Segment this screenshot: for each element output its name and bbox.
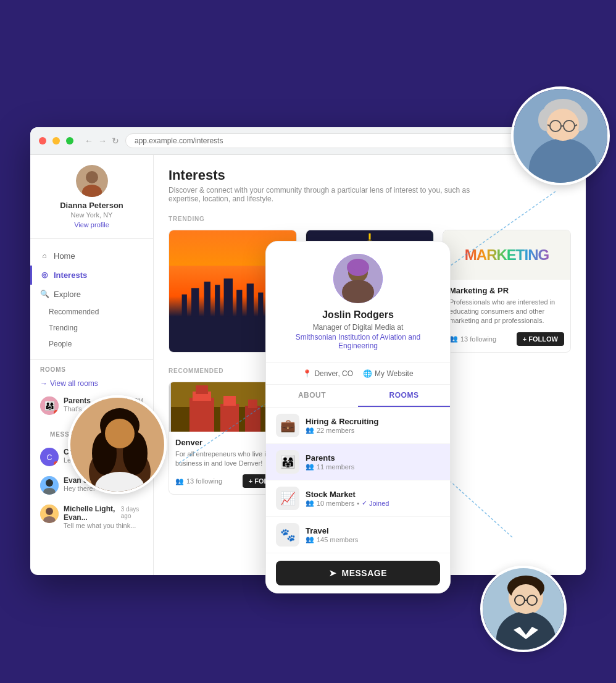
marketing-follow-button[interactable]: + FOLLOW (517, 332, 564, 346)
card-marketing[interactable]: MARKETING Marketing & PR Professionals w… (443, 230, 571, 353)
forward-arrow-icon[interactable]: → (98, 136, 107, 146)
tab-about[interactable]: ABOUT (266, 385, 358, 407)
page-title: Interests (169, 167, 571, 183)
view-all-rooms-text: View all rooms (50, 379, 98, 388)
evan-avatar (40, 476, 59, 495)
stock-room-icon: 📈 (276, 487, 299, 510)
room-row-hiring[interactable]: 💼 Hiring & Recruiting 👥 22 members (266, 408, 450, 444)
svg-point-1 (86, 171, 98, 183)
message-cta: ➤ MESSAGE (266, 553, 450, 593)
sidebar-item-explore[interactable]: 🔍 Explore (30, 285, 153, 304)
michelle-content: Michelle Light, Evan... 3 days ago Tell … (64, 505, 143, 529)
message-cta-button[interactable]: ➤ MESSAGE (276, 561, 440, 585)
followers-icon-3: 👥 (449, 335, 458, 343)
parents-room-members: 👥 11 members (306, 463, 440, 471)
sidebar: Dianna Peterson New York, NY View profil… (30, 155, 154, 575)
svg-rect-18 (224, 278, 233, 316)
profile-meta: 📍 Denver, CO 🌐 My Website (266, 363, 450, 385)
svg-rect-15 (191, 288, 199, 316)
michelle-avatar (40, 505, 59, 523)
back-arrow-icon[interactable]: ← (85, 136, 93, 146)
room-row-stock-market[interactable]: 📈 Stock Market 👥 10 members • ✓ Joined (266, 480, 450, 517)
nav-explore-label: Explore (54, 290, 81, 299)
travel-members-icon: 👥 (306, 535, 314, 543)
card-marketing-image: MARKETING (443, 230, 570, 280)
svg-rect-14 (182, 294, 187, 316)
travel-room-name: Travel (306, 526, 440, 535)
nav-section: ⌂ Home ◎ Interests 🔍 Explore Recommended… (30, 239, 153, 360)
svg-point-58 (105, 419, 135, 448)
svg-rect-17 (215, 285, 220, 317)
travel-room-icon: 🐾 (276, 523, 299, 547)
nav-home-label: Home (54, 251, 75, 261)
parents-members-icon: 👥 (306, 463, 314, 471)
card-marketing-desc: Professionals who are interested in educ… (449, 298, 564, 326)
denver-followers: 👥 13 following (175, 477, 222, 485)
trending-section-label: TRENDING (169, 216, 571, 222)
hiring-room-icon: 💼 (276, 414, 299, 437)
view-profile-link[interactable]: View profile (40, 221, 143, 228)
interests-icon: ◎ (40, 270, 49, 279)
svg-point-51 (352, 259, 364, 271)
hiring-room-info: Hiring & Recruiting 👥 22 members (306, 417, 440, 434)
michelle-preview: Tell me what you think... (64, 522, 143, 529)
location-icon: 📍 (302, 369, 312, 378)
maximize-btn[interactable] (66, 137, 73, 145)
svg-rect-33 (189, 398, 214, 432)
michelle-name: Michelle Light, Evan... (64, 505, 121, 522)
nav-interests-label: Interests (54, 270, 87, 280)
profile-role: Manager of Digital Media at (278, 323, 438, 332)
svg-rect-21 (258, 292, 263, 316)
marketing-followers: 👥 13 following (449, 335, 496, 343)
sidebar-item-people[interactable]: People (30, 336, 153, 352)
card-marketing-body: Marketing & PR Professionals who are int… (443, 280, 570, 352)
members-icon: 👥 (306, 426, 314, 434)
parents-room-icon: 👨‍👩‍👧 (276, 450, 299, 474)
address-bar[interactable]: app.example.com/interests (125, 133, 577, 148)
svg-text:👨‍👩‍👧: 👨‍👩‍👧 (44, 401, 56, 411)
user-profile: Dianna Peterson New York, NY View profil… (30, 165, 153, 239)
parents-room-name-card: Parents (306, 453, 440, 463)
svg-point-8 (46, 479, 53, 487)
profile-name: Joslin Rodgers (278, 309, 438, 321)
user-avatar (76, 165, 108, 197)
profile-tabs: ABOUT ROOMS (266, 385, 450, 408)
stock-room-members: 👥 10 members • ✓ Joined (306, 499, 440, 507)
travel-room-info: Travel 👥 145 members (306, 526, 440, 543)
profile-location: 📍 Denver, CO (302, 369, 353, 378)
sidebar-item-trending[interactable]: Trending (30, 320, 153, 336)
svg-rect-36 (220, 404, 239, 432)
view-all-rooms-link[interactable]: → View all rooms (30, 375, 153, 392)
website-icon: 🌐 (363, 369, 372, 378)
stock-members-icon: 👥 (306, 499, 314, 507)
svg-rect-37 (223, 396, 236, 406)
message-btn-text: MESSAGE (341, 568, 387, 578)
michelle-time: 3 days ago (121, 506, 143, 519)
float-photo-man-young (480, 566, 567, 652)
page-description: Discover & connect with your community t… (169, 186, 477, 203)
profile-org[interactable]: Smithsonian Institution of Aviation and … (278, 333, 438, 350)
profile-rooms-list: 💼 Hiring & Recruiting 👥 22 members 👨‍👩‍👧… (266, 408, 450, 553)
sidebar-item-recommended[interactable]: Recommended (30, 304, 153, 320)
browser-nav: ← → ↻ (85, 136, 119, 146)
room-row-parents[interactable]: 👨‍👩‍👧 Parents 👥 11 members (266, 444, 450, 480)
unread-indicator (54, 410, 59, 415)
room-row-travel[interactable]: 🐾 Travel 👥 145 members (266, 517, 450, 553)
sidebar-item-interests[interactable]: ◎ Interests (30, 266, 153, 285)
tab-rooms[interactable]: ROOMS (358, 385, 450, 407)
message-item-michelle[interactable]: Michelle Light, Evan... 3 days ago Tell … (30, 500, 153, 534)
close-btn[interactable] (39, 137, 46, 145)
browser-toolbar: ← → ↻ app.example.com/interests (30, 127, 586, 155)
profile-avatar (333, 254, 383, 303)
send-icon: ➤ (329, 568, 337, 578)
concierge-avatar: C (40, 448, 59, 466)
hiring-room-members: 👥 22 members (306, 426, 440, 434)
svg-rect-20 (247, 283, 254, 317)
user-name: Dianna Peterson (40, 201, 143, 210)
rooms-section-label: ROOMS (30, 360, 153, 375)
profile-website[interactable]: 🌐 My Website (363, 369, 413, 378)
minimize-btn[interactable] (52, 137, 60, 145)
website-text: My Website (375, 369, 413, 378)
reload-icon[interactable]: ↻ (112, 136, 119, 146)
sidebar-item-home[interactable]: ⌂ Home (30, 246, 153, 266)
